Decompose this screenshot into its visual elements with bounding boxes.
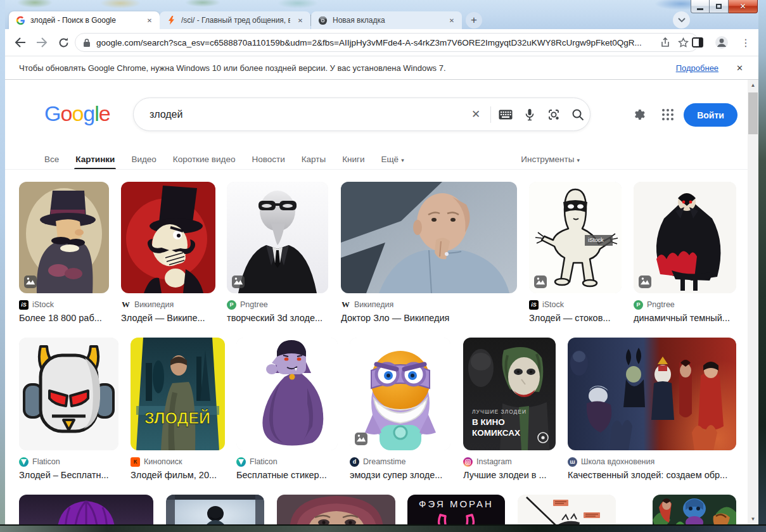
clear-query-icon[interactable]: ✕ bbox=[464, 105, 488, 124]
result-card[interactable]: ФЭЯ МОРАН bbox=[407, 495, 505, 524]
tab-new-tab[interactable]: Новая вкладка ✕ bbox=[311, 11, 462, 29]
sign-in-button[interactable]: Войти bbox=[684, 103, 737, 127]
tab-news[interactable]: Новости bbox=[252, 155, 284, 164]
result-card[interactable] bbox=[277, 495, 395, 524]
tab-videos[interactable]: Видео bbox=[131, 155, 156, 164]
result-title[interactable]: Злодей фильм, 20... bbox=[131, 470, 225, 480]
result-card[interactable]: Flaticon Злодей – Бесплатн... bbox=[19, 338, 118, 480]
result-source[interactable]: Википедия bbox=[134, 300, 174, 309]
result-title[interactable]: эмодзи супер злоде... bbox=[350, 470, 450, 480]
result-source[interactable]: Школа вдохновения bbox=[581, 457, 654, 466]
tab-all[interactable]: Все bbox=[44, 155, 59, 164]
result-title[interactable]: Качественный злодей: создаем обр... bbox=[568, 470, 736, 480]
result-source[interactable]: Dreamstime bbox=[363, 457, 405, 466]
tab-search-button[interactable] bbox=[673, 11, 690, 28]
svg-text:ЛУЧШИЕ ЗЛОДЕИ: ЛУЧШИЕ ЗЛОДЕИ bbox=[472, 408, 527, 415]
side-panel-icon[interactable] bbox=[689, 34, 706, 51]
notice-learn-more-link[interactable]: Подробнее bbox=[676, 63, 718, 73]
search-submit-icon[interactable] bbox=[566, 105, 590, 124]
result-card[interactable]: PPngtree творческий 3d злоде... bbox=[227, 182, 328, 323]
tab-maps[interactable]: Карты bbox=[302, 155, 326, 164]
close-button[interactable]: ✕ bbox=[729, 0, 758, 13]
result-source[interactable]: iStock bbox=[542, 300, 564, 309]
result-card[interactable]: iSiStock Более 18 800 раб... bbox=[19, 182, 109, 323]
profile-avatar-icon[interactable] bbox=[713, 34, 731, 51]
menu-kebab-icon[interactable]: ⋮ bbox=[737, 34, 755, 51]
result-card[interactable] bbox=[19, 495, 153, 524]
result-title[interactable]: Бесплатные стикер... bbox=[236, 470, 338, 480]
search-box[interactable]: злодей ✕ bbox=[133, 98, 590, 131]
dark-figure-art bbox=[166, 495, 264, 524]
result-title[interactable]: динамичный темный... bbox=[634, 313, 736, 323]
result-title[interactable]: Более 18 800 раб... bbox=[19, 313, 109, 323]
result-source[interactable]: Википедия bbox=[354, 300, 393, 309]
settings-gear-icon[interactable] bbox=[629, 105, 648, 124]
istock-favicon-icon: iS bbox=[19, 300, 29, 310]
keyboard-icon[interactable] bbox=[494, 105, 518, 124]
tab-close-icon[interactable]: ✕ bbox=[295, 15, 305, 25]
result-title[interactable]: Доктор Зло — Википедия bbox=[341, 313, 517, 323]
result-card[interactable]: PPngtree динамичный темный... bbox=[634, 182, 736, 323]
google-logo[interactable]: Google bbox=[44, 101, 110, 126]
tab-shorts[interactable]: Короткие видео bbox=[173, 155, 236, 164]
result-card[interactable] bbox=[166, 495, 264, 524]
result-title[interactable]: Лучшие злодеи в ... bbox=[463, 470, 556, 480]
window-controls: ✕ bbox=[691, 0, 758, 13]
result-source[interactable]: Flaticon bbox=[250, 457, 278, 466]
tab-books[interactable]: Книги bbox=[342, 155, 364, 164]
svg-text:КОМИКСАХ: КОМИКСАХ bbox=[472, 428, 520, 438]
back-button[interactable] bbox=[11, 34, 29, 51]
tab-google-search[interactable]: злодей - Поиск в Google ✕ bbox=[9, 11, 160, 29]
tab-close-icon[interactable]: ✕ bbox=[447, 15, 457, 25]
tab-sci-thread[interactable]: /sci/ - Главный тред общения, в ✕ bbox=[160, 11, 310, 29]
minimize-button[interactable] bbox=[691, 0, 710, 13]
result-card[interactable] bbox=[518, 495, 616, 524]
tools-button[interactable]: Инструменты▾ bbox=[521, 155, 580, 164]
address-bar[interactable]: google.com/search?sca_esv=c6588870a11015… bbox=[75, 33, 699, 52]
reload-button[interactable] bbox=[54, 34, 72, 51]
google-apps-grid-icon[interactable] bbox=[658, 105, 677, 124]
tab-images[interactable]: Картинки bbox=[75, 155, 115, 164]
result-card[interactable]: WВикипедия Доктор Зло — Википедия bbox=[341, 182, 517, 323]
tab-strip: злодей - Поиск в Google ✕ /sci/ - Главны… bbox=[9, 10, 482, 29]
svg-text:В КИНО: В КИНО bbox=[472, 417, 505, 427]
result-card[interactable]: Flaticon Бесплатные стикер... bbox=[236, 338, 338, 480]
result-source[interactable]: Pngtree bbox=[240, 300, 268, 309]
tab-more[interactable]: Ещё▾ bbox=[381, 155, 404, 164]
voice-search-mic-icon[interactable] bbox=[518, 105, 542, 124]
scroll-down-icon[interactable]: ▼ bbox=[748, 514, 758, 524]
result-source[interactable]: Кинопоиск bbox=[144, 457, 182, 466]
result-title[interactable]: Злодей – Бесплатн... bbox=[19, 470, 118, 480]
scrollbar-thumb[interactable] bbox=[748, 92, 758, 134]
result-source[interactable]: Pngtree bbox=[647, 300, 675, 309]
vampire-sticker-art bbox=[236, 338, 338, 450]
result-card[interactable]: WВикипедия Злодей — Википе... bbox=[121, 182, 215, 323]
google-lens-icon[interactable] bbox=[542, 105, 566, 124]
result-source[interactable]: Flaticon bbox=[32, 457, 60, 466]
result-source[interactable]: iStock bbox=[32, 300, 54, 309]
result-card[interactable] bbox=[653, 495, 736, 524]
scroll-up-icon[interactable]: ▲ bbox=[748, 80, 758, 91]
share-icon[interactable] bbox=[656, 34, 674, 51]
result-card[interactable]: dDreamstime эмодзи супер злоде... bbox=[350, 338, 450, 480]
maximize-button[interactable] bbox=[710, 0, 729, 13]
search-query-text[interactable]: злодей bbox=[150, 109, 464, 120]
notice-close-icon[interactable]: ✕ bbox=[736, 63, 743, 73]
result-title[interactable]: творческий 3d злоде... bbox=[227, 313, 328, 323]
result-card[interactable]: ШШкола вдохновения Качественный злодей: … bbox=[568, 338, 736, 480]
vertical-scrollbar[interactable]: ▲ ▼ bbox=[748, 80, 758, 524]
browser-window: злодей - Поиск в Google ✕ /sci/ - Главны… bbox=[0, 0, 766, 532]
flaticon-favicon-icon bbox=[19, 457, 29, 467]
sleigh-drawing-art bbox=[518, 495, 616, 524]
tab-close-icon[interactable]: ✕ bbox=[144, 15, 155, 25]
result-title[interactable]: Злодей — Википе... bbox=[121, 313, 215, 323]
result-card[interactable]: ЛУЧШИЕ ЗЛОДЕИ В КИНО КОМИКСАХ Instagram … bbox=[463, 338, 556, 480]
result-source[interactable]: Instagram bbox=[476, 457, 512, 466]
result-card[interactable]: iStock iSiStock Злодей — стоков... bbox=[529, 182, 622, 323]
result-title[interactable]: Злодей — стоков... bbox=[529, 313, 622, 323]
result-card[interactable]: ЗЛОДЕЙ ККинопоиск Злодей фильм, 20... bbox=[131, 338, 225, 480]
forward-button[interactable] bbox=[33, 34, 51, 51]
titlebar: злодей - Поиск в Google ✕ /sci/ - Главны… bbox=[0, 0, 766, 29]
new-tab-button[interactable]: + bbox=[466, 12, 482, 28]
update-notice-bar: Чтобы обновлять Google Chrome, нужна Win… bbox=[5, 56, 758, 80]
